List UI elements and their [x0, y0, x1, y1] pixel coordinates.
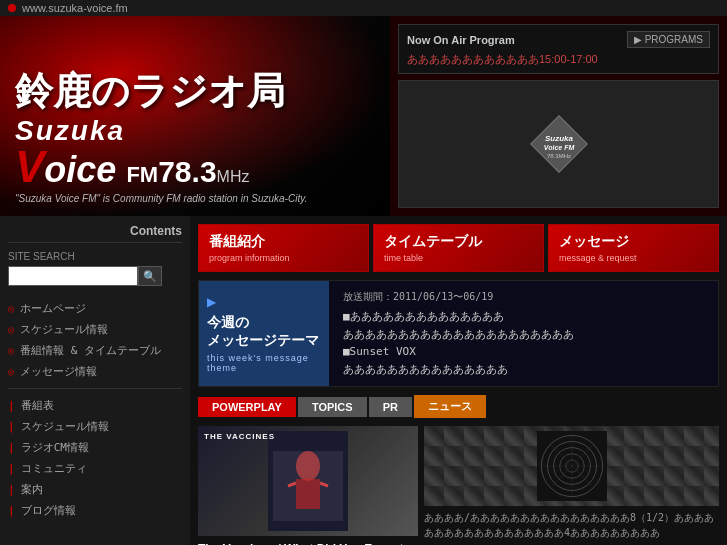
site-url: www.suzuka-voice.fm	[22, 2, 128, 14]
sidebar-link-schedule[interactable]: スケジュール情報	[8, 416, 182, 437]
program-btn-label-jp: 番組紹介	[209, 233, 358, 251]
sidebar-nav-label: 番組情報 & タイムテーブル	[20, 343, 161, 358]
timetable-button[interactable]: タイムテーブル time table	[373, 224, 544, 272]
svg-rect-7	[296, 479, 320, 509]
sidebar-link-blog[interactable]: ブログ情報	[8, 500, 182, 521]
header-now-on-air: Now On Air Program ▶ PROGRAMS ああああああああああ…	[390, 16, 727, 216]
msg-line1: ■ああああああああああああああ	[343, 310, 504, 323]
arrow-icon: ◎	[8, 303, 14, 314]
vaccines-overlay-text: THE VACCINES	[204, 432, 275, 441]
main-layout: Contents SITE SEARCH 🔍 ◎ ホームページ ◎ スケジュール…	[0, 216, 727, 545]
programs-icon: ▶	[634, 34, 642, 45]
content-cards: THE VACCINES The Vaccines / What Did You	[198, 426, 719, 545]
vaccines-album-art	[268, 431, 348, 531]
vaccines-image: THE VACCINES	[198, 426, 418, 536]
sidebar-item-home[interactable]: ◎ ホームページ	[8, 298, 182, 319]
msg-line3: ■Sunset VOX	[343, 345, 416, 358]
card-left: THE VACCINES The Vaccines / What Did You	[198, 426, 418, 545]
freq-text: 78.3	[158, 155, 216, 188]
now-on-air-header: Now On Air Program ▶ PROGRAMS	[407, 31, 710, 48]
message-theme-date: 放送期間：2011/06/13〜06/19	[343, 289, 710, 304]
sidebar-nav-label: メッセージ情報	[20, 364, 97, 379]
diamond-logo-svg: Suzuka Voice FM 78.3MHz	[527, 112, 591, 176]
arrow-icon: ◎	[8, 366, 14, 377]
sidebar-item-message[interactable]: ◎ メッセージ情報	[8, 361, 182, 382]
timetable-btn-label-jp: タイムテーブル	[384, 233, 533, 251]
card-image: THE VACCINES	[198, 426, 418, 536]
voice-text: Voice	[15, 149, 126, 190]
sidebar-nav-label: スケジュール情報	[20, 322, 108, 337]
tab-pr[interactable]: PR	[369, 397, 412, 417]
site-search-label: SITE SEARCH	[8, 251, 182, 262]
mhz-text: MHz	[217, 168, 250, 185]
content-area: 番組紹介 program information タイムテーブル time ta…	[190, 216, 727, 545]
voice-freq-line: Voice FM78.3MHz	[15, 145, 375, 189]
programs-button[interactable]: ▶ PROGRAMS	[627, 31, 710, 48]
message-btn-label-en: message & request	[559, 253, 708, 263]
arrow-icon: ◎	[8, 324, 14, 335]
message-theme-title-jp: 今週のメッセージテーマ	[207, 313, 321, 349]
tab-powerplay[interactable]: POWERPLAY	[198, 397, 296, 417]
status-dot	[8, 4, 16, 12]
sidebar-divider	[8, 388, 182, 389]
tab-topics[interactable]: TOPICS	[298, 397, 367, 417]
message-theme-area: ▶ 今週のメッセージテーマ this week's message theme …	[198, 280, 719, 387]
top-buttons: 番組紹介 program information タイムテーブル time ta…	[198, 224, 719, 272]
card-right-text: ああああ/ああああああああああああああああ8（1/2）あああああああああああああ…	[424, 510, 719, 540]
svg-text:Suzuka: Suzuka	[544, 134, 573, 143]
message-theme-title-en: this week's message theme	[207, 353, 321, 373]
search-box: 🔍	[8, 266, 182, 286]
tab-news-jp[interactable]: ニュース	[414, 395, 486, 418]
arrow-icon: ◎	[8, 345, 14, 356]
station-logo-box: Suzuka Voice FM 78.3MHz	[398, 80, 719, 208]
svg-text:Voice FM: Voice FM	[543, 144, 574, 151]
message-theme-text: ■ああああああああああああああ あああああああああああああああああああああ ■S…	[343, 308, 710, 378]
timetable-btn-label-en: time table	[384, 253, 533, 263]
program-info-button[interactable]: 番組紹介 program information	[198, 224, 369, 272]
now-on-air-box: Now On Air Program ▶ PROGRAMS ああああああああああ…	[398, 24, 719, 74]
fm-text: FM	[126, 162, 158, 187]
header-logo-area: 鈴鹿のラジオ局 Suzuka Voice FM78.3MHz "Suzuka V…	[0, 16, 390, 216]
msg-line2: あああああああああああああああああああああ	[343, 328, 574, 341]
sidebar-link-program[interactable]: 番組表	[8, 395, 182, 416]
sidebar-nav-label: ホームページ	[20, 301, 86, 316]
search-button[interactable]: 🔍	[138, 266, 162, 286]
sidebar-link-guide[interactable]: 案内	[8, 479, 182, 500]
sidebar: Contents SITE SEARCH 🔍 ◎ ホームページ ◎ スケジュール…	[0, 216, 190, 545]
top-bar: www.suzuka-voice.fm	[0, 0, 727, 16]
sidebar-link-cm[interactable]: ラジオCM情報	[8, 437, 182, 458]
card-right-image	[424, 426, 719, 506]
svg-text:78.3MHz: 78.3MHz	[546, 153, 570, 159]
sidebar-link-label: ラジオCM情報	[21, 440, 89, 455]
search-input[interactable]	[8, 266, 138, 286]
suzuka-label: Suzuka	[15, 117, 375, 145]
now-playing-text: ああああああああああああ15:00-17:00	[407, 52, 710, 67]
sidebar-link-label: 案内	[21, 482, 43, 497]
svg-point-6	[296, 451, 320, 481]
sidebar-link-label: スケジュール情報	[21, 419, 109, 434]
station-name-en: Suzuka Voice FM78.3MHz	[15, 117, 375, 189]
programs-label: PROGRAMS	[645, 34, 703, 45]
message-theme-left: ▶ 今週のメッセージテーマ this week's message theme	[199, 281, 329, 386]
card-right: ああああ/ああああああああああああああああ8（1/2）あああああああああああああ…	[424, 426, 719, 545]
sidebar-link-label: ブログ情報	[21, 503, 76, 518]
station-tagline: "Suzuka Voice FM" is Community FM radio …	[15, 193, 375, 204]
message-theme-right: 放送期間：2011/06/13〜06/19 ■ああああああああああああああ ああ…	[335, 281, 718, 386]
message-button[interactable]: メッセージ message & request	[548, 224, 719, 272]
program-btn-label-en: program information	[209, 253, 358, 263]
oice-text: oice	[44, 149, 116, 190]
spiral-svg	[537, 431, 607, 501]
sidebar-link-label: 番組表	[21, 398, 54, 413]
sidebar-link-label: コミュニティ	[21, 461, 87, 476]
sidebar-link-community[interactable]: コミュニティ	[8, 458, 182, 479]
tabs-row: POWERPLAY TOPICS PR ニュース	[198, 395, 719, 418]
message-theme-arrow: ▶	[207, 295, 321, 309]
sidebar-contents-title: Contents	[8, 224, 182, 243]
header: 鈴鹿のラジオ局 Suzuka Voice FM78.3MHz "Suzuka V…	[0, 16, 727, 216]
station-name-jp: 鈴鹿のラジオ局	[15, 71, 375, 113]
sidebar-item-schedule[interactable]: ◎ スケジュール情報	[8, 319, 182, 340]
message-btn-label-jp: メッセージ	[559, 233, 708, 251]
sidebar-item-program[interactable]: ◎ 番組情報 & タイムテーブル	[8, 340, 182, 361]
now-on-air-title: Now On Air Program	[407, 34, 515, 46]
msg-line4: あああああああああああああああ	[343, 363, 508, 376]
